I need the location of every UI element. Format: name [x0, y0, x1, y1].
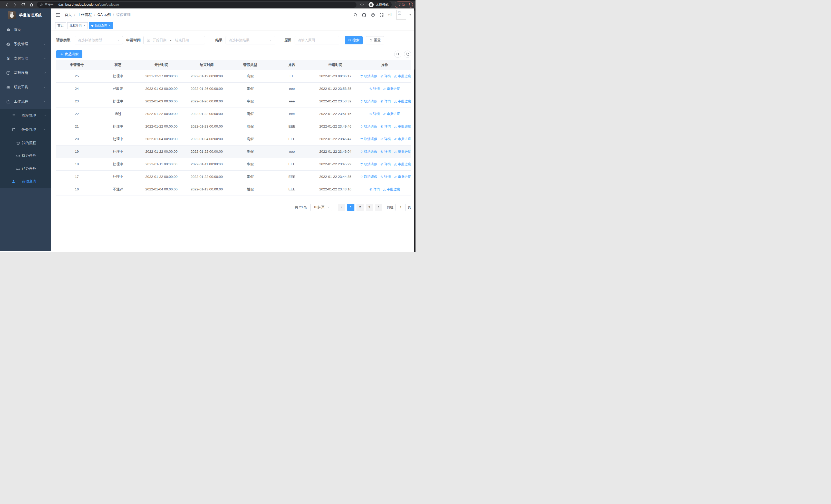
sidebar-item-home[interactable]: 首页 [0, 23, 51, 37]
view-icon [380, 163, 383, 166]
cell-status: 通过 [97, 108, 138, 120]
detail-action-link[interactable]: 详情 [369, 187, 380, 192]
delete-icon [360, 163, 363, 166]
next-page-button[interactable] [375, 204, 382, 211]
cell-status: 处理中 [97, 120, 138, 133]
security-chip[interactable]: 不安全 [40, 3, 54, 7]
font-size-button[interactable]: TT [388, 12, 393, 18]
create-leave-button[interactable]: 发起请假 [56, 50, 82, 58]
tab-home[interactable]: 首页 [55, 22, 66, 29]
page-button-3[interactable]: 3 [366, 204, 373, 211]
progress-action-link[interactable]: 审批进度 [394, 162, 411, 167]
sidebar-item-system-management[interactable]: 系统管理 [0, 37, 51, 51]
fullscreen-button[interactable] [379, 12, 384, 18]
tab-process-detail[interactable]: 流程详情× [67, 22, 88, 29]
page-size-value: 10条/页 [314, 205, 324, 209]
progress-action-link[interactable]: 审批进度 [394, 99, 411, 104]
sidebar-item-task-management[interactable]: 任务管理 [0, 123, 51, 137]
yen-icon: ¥ [6, 56, 10, 61]
cell-type: 事假 [229, 170, 271, 183]
briefcase-icon [6, 99, 10, 104]
top-navbar: 首页 / 工作流程 / OA 示例 / 请假查询 TT [51, 8, 416, 21]
prev-page-button[interactable] [338, 204, 345, 211]
table-row: 23处理中2022-01-03 00:00:002022-01-26 00:00… [56, 95, 411, 108]
github-link[interactable] [362, 12, 367, 18]
detail-action-link[interactable]: 详情 [380, 74, 391, 79]
cell-actions: 取消请假详情审批进度 [358, 133, 411, 145]
toggle-search-button[interactable] [394, 51, 401, 58]
edit-icon [383, 112, 386, 116]
chrome-update-menu[interactable]: 更新 [395, 2, 413, 8]
detail-action-link[interactable]: 详情 [380, 137, 391, 141]
table-row: 18处理中2022-01-11 00:00:002022-01-11 00:00… [56, 158, 411, 170]
sidebar-item-process-management[interactable]: 流程管理 [0, 109, 51, 123]
cell-end: 2022-01-26 00:00:00 [184, 95, 229, 108]
detail-action-link[interactable]: 详情 [380, 162, 391, 167]
progress-action-link[interactable]: 审批进度 [383, 112, 400, 116]
cell-status: 已取消 [97, 82, 138, 95]
sidebar-item-done-tasks[interactable]: 已办任务 [0, 162, 51, 175]
cancel-action-link[interactable]: 取消请假 [360, 99, 377, 104]
progress-action-link[interactable]: 审批进度 [394, 137, 411, 141]
browser-back-button[interactable] [4, 2, 9, 7]
progress-action-link[interactable]: 审批进度 [394, 124, 411, 129]
browser-home-button[interactable] [28, 2, 34, 7]
bookmark-star-button[interactable] [359, 2, 365, 7]
avatar-dropdown-caret[interactable] [409, 13, 412, 17]
page-button-2[interactable]: 2 [356, 204, 364, 211]
sidebar-item-workflow[interactable]: 工作流程 [0, 94, 51, 109]
incognito-label: 无痕模式 [376, 3, 389, 7]
cell-end: 2022-01-22 00:00:00 [184, 170, 229, 183]
progress-action-link[interactable]: 审批进度 [394, 149, 411, 154]
help-doc-button[interactable] [370, 12, 375, 18]
scrollbar-thumb[interactable] [414, 10, 415, 69]
detail-action-link[interactable]: 详情 [380, 99, 391, 104]
app-logo[interactable]: 芋道管理系统 [0, 8, 51, 22]
apply-time-range-picker[interactable]: 开始日期 - 结束日期 [143, 36, 205, 45]
breadcrumb-item-oa-example[interactable]: OA 示例 [97, 12, 111, 17]
progress-action-link[interactable]: 审批进度 [383, 187, 400, 192]
browser-forward-button[interactable] [12, 2, 18, 7]
sidebar-item-todo-tasks[interactable]: 待办任务 [0, 149, 51, 162]
result-select[interactable]: 请选择流结果 [226, 36, 276, 45]
user-avatar[interactable] [397, 10, 406, 20]
cancel-action-link[interactable]: 取消请假 [360, 137, 377, 141]
reset-button[interactable]: 重置 [366, 36, 384, 45]
cancel-action-link[interactable]: 取消请假 [360, 162, 377, 167]
sidebar-fold-button[interactable] [55, 12, 61, 18]
page-size-select[interactable]: 10条/页 [310, 204, 332, 211]
close-tab-icon[interactable]: × [83, 24, 85, 27]
page-button-1[interactable]: 1 [347, 204, 354, 211]
detail-action-link[interactable]: 详情 [380, 149, 391, 154]
sidebar-item-dev-tools[interactable]: 研发工具 [0, 80, 51, 94]
cancel-action-link[interactable]: 取消请假 [360, 74, 377, 79]
browser-reload-button[interactable] [20, 2, 26, 7]
detail-action-link[interactable]: 详情 [380, 124, 391, 129]
cancel-action-link[interactable]: 取消请假 [360, 175, 377, 179]
detail-action-link[interactable]: 详情 [380, 175, 391, 179]
sidebar-item-infrastructure[interactable]: 基础设施 [0, 66, 51, 80]
cancel-action-link[interactable]: 取消请假 [360, 124, 377, 129]
cancel-action-link[interactable]: 取消请假 [360, 149, 377, 154]
progress-action-link[interactable]: 审批进度 [394, 74, 411, 79]
header-search-button[interactable] [353, 12, 358, 18]
refresh-table-button[interactable] [404, 51, 411, 58]
search-button[interactable]: 搜索 [345, 36, 363, 45]
sidebar-item-payment-management[interactable]: ¥支付管理 [0, 51, 51, 66]
detail-action-link[interactable]: 详情 [369, 87, 380, 91]
action-label: 取消请假 [364, 124, 377, 129]
detail-action-link[interactable]: 详情 [369, 112, 380, 116]
browser-scrollbar[interactable] [414, 8, 416, 252]
close-tab-icon[interactable]: × [109, 24, 111, 27]
goto-page-input[interactable] [396, 204, 406, 211]
progress-action-link[interactable]: 审批进度 [394, 175, 411, 179]
breadcrumb-item-home[interactable]: 首页 [65, 12, 72, 17]
reason-input[interactable] [295, 36, 339, 45]
address-bar[interactable]: 不安全 dashboard.yudao.iocoder.cn /bpm/oa/l… [37, 2, 356, 8]
tab-leave-query[interactable]: 请假查询× [89, 22, 113, 29]
sidebar-item-my-process[interactable]: 我的流程 [0, 137, 51, 149]
breadcrumb-item-workflow[interactable]: 工作流程 [78, 12, 92, 17]
sidebar-item-leave-query[interactable]: 请假查询 [0, 175, 51, 188]
progress-action-link[interactable]: 审批进度 [383, 87, 400, 91]
leave-type-select[interactable]: 请选择请假类型 [75, 36, 123, 45]
